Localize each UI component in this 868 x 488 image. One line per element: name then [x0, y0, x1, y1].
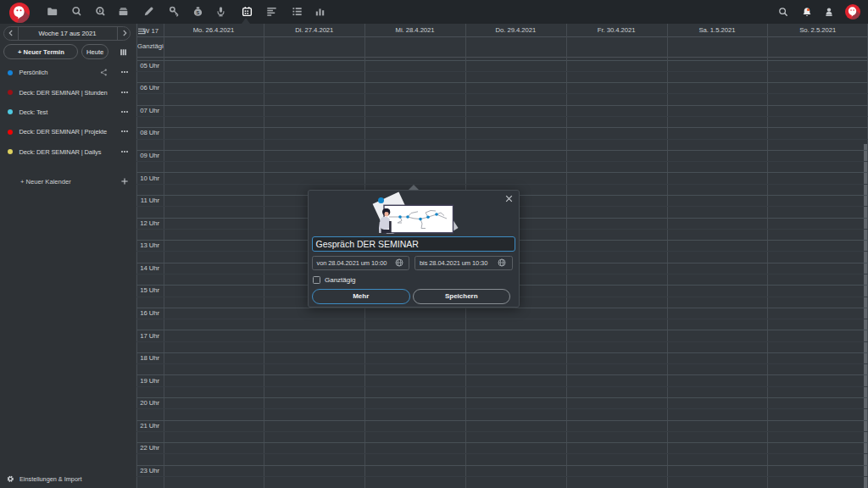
svg-text:S: S	[196, 10, 199, 15]
